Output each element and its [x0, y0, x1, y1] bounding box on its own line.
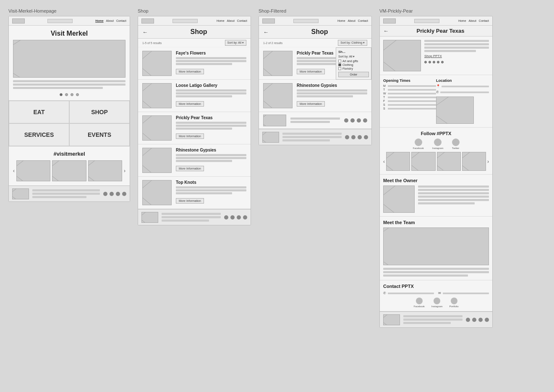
grid-eat[interactable]: EAT	[9, 101, 69, 123]
dot2[interactable]	[65, 93, 68, 96]
filter-sort-label[interactable]: Sort by: All ▾	[338, 55, 355, 58]
f3fl3	[282, 139, 330, 141]
hours-line-s2	[388, 108, 436, 110]
f3-nav-home[interactable]: Home	[337, 19, 345, 22]
f3-item1-more-info[interactable]: More Information	[297, 69, 325, 74]
frame3-footer	[259, 129, 371, 145]
grid-events[interactable]: EVENTS	[69, 123, 130, 146]
contact-portfolio: Portfolio	[449, 298, 459, 308]
carousel-right-arrow[interactable]: ›	[124, 168, 125, 174]
f4fdot3[interactable]	[478, 318, 483, 322]
phl1	[424, 40, 489, 42]
f3fdot4[interactable]	[364, 135, 368, 139]
nav-link-contact[interactable]: Contact	[116, 19, 126, 22]
frame1-nav-search[interactable]	[47, 19, 73, 23]
filter-checkbox-floristry[interactable]	[338, 67, 341, 70]
f2fdot3[interactable]	[237, 215, 241, 220]
pp-shop-link[interactable]: Shop PPTX	[424, 54, 489, 58]
f4-nav-about[interactable]: About	[469, 19, 476, 22]
pp-dot1[interactable]	[424, 61, 427, 63]
f3-item2-more-info[interactable]: More Information	[297, 101, 325, 107]
f4fdot2[interactable]	[472, 318, 476, 322]
day-w: W	[383, 92, 387, 95]
frame4-nav-search[interactable]	[414, 19, 439, 23]
facebook-icon[interactable]	[415, 139, 422, 146]
f2-nav-contact[interactable]: Contact	[237, 19, 247, 22]
dot1[interactable]	[60, 93, 63, 96]
item1-more-info[interactable]: More Information	[176, 69, 204, 74]
follow-carousel-left[interactable]: ‹	[383, 159, 385, 165]
item2-more-info[interactable]: More Information	[176, 101, 204, 107]
filter-checkbox-art[interactable]	[338, 60, 341, 63]
f3-item2-name: Rhinestone Gypsies	[297, 83, 367, 88]
contact-instagram-icon[interactable]	[434, 298, 440, 304]
filter-apply-button[interactable]: Order	[338, 72, 369, 77]
dot3[interactable]	[71, 93, 73, 96]
f2fdot1[interactable]	[224, 215, 228, 220]
f3-item2-info: Rhinestone Gypsies More Information	[297, 83, 367, 107]
f2-nav-home[interactable]: Home	[217, 19, 225, 22]
frame3-nav-search[interactable]	[293, 19, 319, 23]
carousel-left-arrow[interactable]: ‹	[13, 168, 15, 174]
i4l3	[176, 160, 232, 162]
fdot1[interactable]	[103, 192, 107, 196]
grid-services[interactable]: SERVICES	[9, 123, 69, 146]
filter-checkbox-clothing[interactable]	[338, 63, 341, 66]
f4fl1	[403, 315, 463, 317]
frame3-back-arrow[interactable]: ←	[263, 29, 269, 35]
frame3-results-bar: 1-2 of 2 results Sort by: Clothing ▾	[259, 39, 371, 47]
item5-more-info[interactable]: More Information	[176, 198, 204, 204]
frame4-owner-section: Meet the Owner	[380, 175, 492, 217]
item4-more-info[interactable]: More Information	[176, 166, 204, 171]
hours-line-t2	[388, 97, 436, 98]
f3fdot3[interactable]	[358, 135, 362, 139]
tl3	[383, 274, 468, 277]
contact-portfolio-icon[interactable]	[451, 298, 457, 304]
frame2-back-arrow[interactable]: ←	[142, 29, 148, 35]
f3-nav-contact[interactable]: Contact	[358, 19, 368, 22]
fdot3[interactable]	[116, 192, 120, 196]
fdot4[interactable]	[122, 192, 126, 196]
frame2-footer	[138, 209, 251, 225]
f3fdot1[interactable]	[345, 135, 349, 139]
nav-link-home[interactable]: Home	[95, 19, 103, 22]
fdot2[interactable]	[110, 192, 114, 196]
twitter-icon[interactable]	[452, 139, 460, 146]
i2l1	[176, 89, 246, 91]
pp-dot5[interactable]	[441, 61, 444, 63]
f3-pagination-area	[259, 112, 371, 129]
pp-dot3[interactable]	[433, 61, 435, 63]
f4fdot1[interactable]	[466, 318, 470, 322]
pp-dot2[interactable]	[429, 61, 431, 63]
grid-shop[interactable]: SHOP	[69, 101, 130, 123]
instagram-icon[interactable]	[434, 139, 442, 146]
frame1-label: Visit-Merkel-Homepage	[8, 8, 130, 13]
frame3-sort-button[interactable]: Sort by: Clothing ▾	[338, 40, 367, 46]
f4-nav-home[interactable]: Home	[458, 19, 466, 22]
f3-nav-about[interactable]: About	[348, 19, 355, 22]
dot4[interactable]	[76, 93, 79, 96]
f4-nav-contact[interactable]: Contact	[479, 19, 489, 22]
frame2-sort-button[interactable]: Sort by: All ▾	[225, 40, 246, 46]
f2-nav-about[interactable]: About	[227, 19, 235, 22]
nav-link-about[interactable]: About	[106, 19, 114, 22]
f3pdot1[interactable]	[344, 118, 348, 123]
frame4-nav-links: Home About Contact	[458, 19, 489, 22]
item2-lines	[176, 89, 246, 97]
f3fl1	[282, 133, 342, 135]
f3pdot3[interactable]	[357, 118, 361, 123]
f3-item2-lines	[297, 89, 367, 97]
follow-carousel-right[interactable]: ›	[487, 159, 489, 165]
pp-dot4[interactable]	[437, 61, 439, 63]
f3fdot2[interactable]	[351, 135, 355, 139]
item3-more-info[interactable]: More Information	[176, 133, 204, 139]
f3pdot4[interactable]	[363, 118, 367, 123]
f2fdot4[interactable]	[243, 215, 247, 220]
f4fdot4[interactable]	[485, 318, 489, 322]
f3pdot2[interactable]	[350, 118, 355, 123]
frame4-back-arrow[interactable]: ←	[383, 28, 389, 34]
f2fdot2[interactable]	[230, 215, 235, 220]
carousel-img-1	[16, 160, 50, 181]
contact-facebook-icon[interactable]	[416, 298, 423, 304]
frame2-nav-search[interactable]	[172, 19, 198, 23]
